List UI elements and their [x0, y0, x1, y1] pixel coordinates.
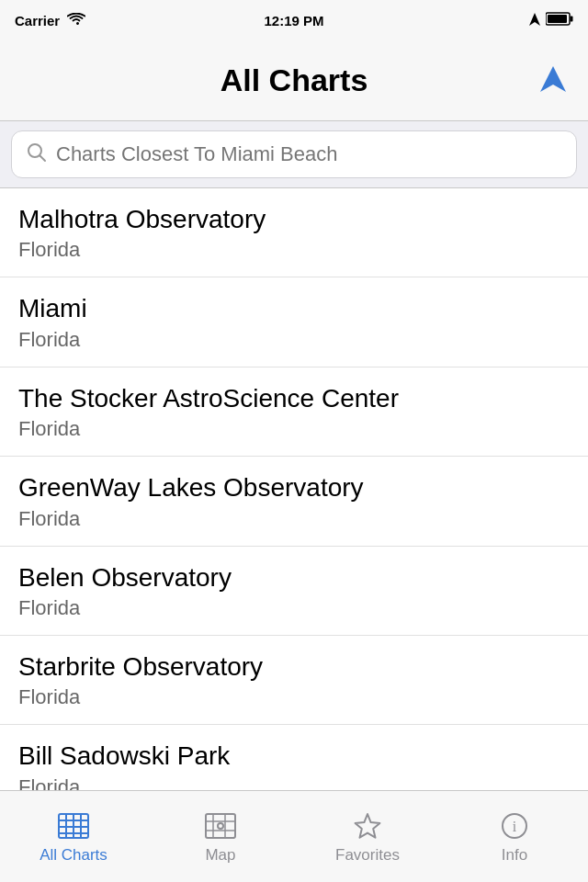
tab-info-label: Info	[502, 846, 527, 865]
nav-bar: All Charts	[0, 40, 588, 121]
item-name: Belen Observatory	[18, 561, 570, 594]
favorites-icon	[351, 809, 384, 842]
svg-point-20	[219, 824, 222, 828]
item-sub: Florida	[18, 685, 570, 709]
item-sub: Florida	[18, 775, 570, 790]
page-title: All Charts	[220, 62, 368, 98]
item-name: Miami	[18, 292, 570, 325]
map-icon	[204, 809, 237, 842]
list-item[interactable]: Malhotra ObservatoryFlorida	[0, 188, 588, 277]
search-icon	[27, 142, 47, 166]
info-icon: i	[498, 809, 531, 842]
svg-marker-21	[356, 814, 380, 838]
tab-all-charts[interactable]: All Charts	[0, 791, 147, 882]
tab-bar: All Charts Map Favorites	[0, 790, 588, 882]
all-charts-icon	[57, 809, 90, 842]
list-item[interactable]: Belen ObservatoryFlorida	[0, 547, 588, 636]
svg-text:i: i	[513, 819, 517, 834]
status-time: 12:19 PM	[264, 13, 323, 28]
item-sub: Florida	[18, 596, 570, 620]
list-item[interactable]: Starbrite ObservatoryFlorida	[0, 636, 588, 725]
search-input[interactable]	[56, 142, 561, 166]
list-item[interactable]: The Stocker AstroScience CenterFlorida	[0, 368, 588, 457]
svg-marker-4	[540, 66, 566, 92]
item-name: The Stocker AstroScience Center	[18, 382, 570, 415]
tab-favorites[interactable]: Favorites	[294, 791, 441, 882]
item-name: GreenWay Lakes Observatory	[18, 471, 570, 504]
list-item[interactable]: MiamiFlorida	[0, 277, 588, 367]
item-name: Malhotra Observatory	[18, 203, 570, 236]
svg-line-6	[40, 156, 46, 162]
svg-rect-3	[548, 15, 567, 23]
tab-favorites-label: Favorites	[335, 846, 400, 865]
svg-marker-0	[529, 13, 540, 26]
location-active-icon	[529, 13, 540, 28]
item-sub: Florida	[18, 507, 570, 531]
item-sub: Florida	[18, 238, 570, 262]
tab-info[interactable]: i Info	[441, 791, 588, 882]
status-bar: Carrier 12:19 PM	[0, 0, 588, 40]
search-bar	[11, 130, 577, 178]
svg-rect-2	[571, 17, 573, 22]
location-button[interactable]	[537, 62, 570, 99]
list-item[interactable]: Bill Sadowski ParkFlorida	[0, 725, 588, 790]
tab-map[interactable]: Map	[147, 791, 294, 882]
tab-all-charts-label: All Charts	[40, 846, 107, 865]
item-sub: Florida	[18, 328, 570, 352]
item-name: Bill Sadowski Park	[18, 740, 570, 773]
list-item[interactable]: GreenWay Lakes ObservatoryFlorida	[0, 457, 588, 546]
tab-map-label: Map	[205, 846, 235, 865]
carrier-label: Carrier	[15, 13, 60, 28]
item-name: Starbrite Observatory	[18, 650, 570, 684]
wifi-icon	[67, 13, 85, 28]
list-container: Malhotra ObservatoryFloridaMiamiFloridaT…	[0, 188, 588, 790]
item-sub: Florida	[18, 417, 570, 441]
battery-icon	[546, 12, 573, 28]
search-bar-container	[0, 121, 588, 188]
